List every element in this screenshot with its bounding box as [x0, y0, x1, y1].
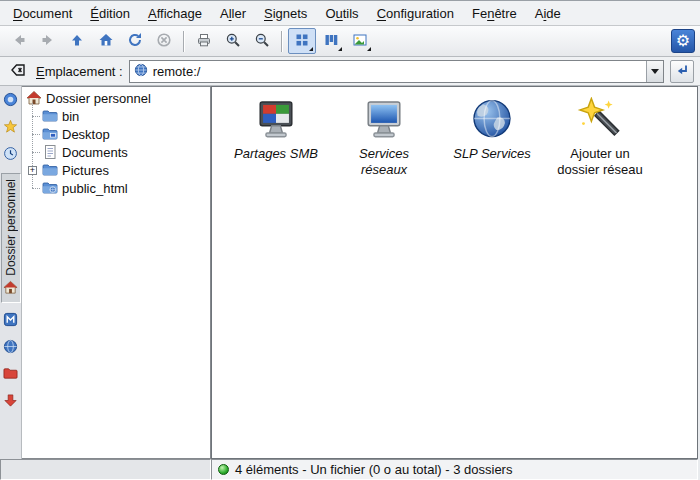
forward-button[interactable] — [34, 28, 62, 54]
multicolumn-view-toggle[interactable] — [317, 28, 345, 54]
toolbar-separator — [183, 31, 185, 52]
clear-location-icon — [10, 62, 26, 81]
network-globe-icon — [3, 339, 18, 357]
clear-location-button[interactable] — [6, 60, 30, 83]
location-label: Emplacement : — [36, 64, 123, 79]
dropdown-arrow-icon — [651, 69, 659, 74]
folder-icon — [42, 108, 58, 124]
sidebar-tab-home-active[interactable]: Dossier personnel — [1, 173, 21, 303]
location-input[interactable]: remote:/ — [153, 64, 641, 79]
menu-fenetre[interactable]: Fenêtre — [463, 3, 526, 24]
tree-expander-plus[interactable] — [28, 166, 37, 175]
file-item-smb[interactable]: Partages SMB — [226, 97, 326, 162]
system-icon — [3, 92, 18, 110]
file-item-label: Services réseaux — [336, 146, 432, 177]
file-item-network-services[interactable]: Services réseaux — [334, 97, 434, 177]
services-icon — [3, 393, 18, 411]
add-network-folder-icon — [577, 97, 623, 143]
back-button[interactable] — [5, 28, 33, 54]
sidebar-tab-bookmarks[interactable] — [2, 119, 19, 136]
tree-item-documents[interactable]: Documents — [24, 143, 210, 161]
root-folder-icon — [3, 366, 18, 384]
menu-configuration[interactable]: Configuration — [368, 3, 463, 24]
sidebar-tab-network[interactable] — [2, 340, 19, 357]
tree-item-pictures[interactable]: Pictures — [24, 161, 210, 179]
tree-item-public-html[interactable]: public_html — [24, 179, 210, 197]
print-button[interactable] — [190, 28, 218, 54]
stop-icon — [156, 32, 172, 51]
main-toolbar: ⚙ — [0, 26, 700, 57]
sidebar-tab-system[interactable] — [2, 92, 19, 109]
tree-guide — [32, 152, 40, 153]
tree-item-desktop[interactable]: Desktop — [24, 125, 210, 143]
smb-shares-icon — [253, 97, 299, 143]
stop-button[interactable] — [150, 28, 178, 54]
menubar: Document Édition Affichage Aller Signets… — [0, 1, 700, 26]
home-folder-icon — [3, 280, 18, 298]
web-folder-icon — [42, 180, 58, 196]
go-icon — [674, 62, 690, 81]
menu-affichage[interactable]: Affichage — [139, 3, 211, 24]
tree-item-bin[interactable]: bin — [24, 107, 210, 125]
menu-aide[interactable]: Aide — [526, 3, 570, 24]
status-text: 4 éléments - Un fichier (0 o au total) -… — [235, 462, 512, 477]
dropdown-arrow-icon — [338, 47, 342, 51]
tree-item-label: Pictures — [62, 163, 109, 178]
forward-icon — [40, 32, 56, 51]
file-item-label: Partages SMB — [234, 146, 318, 162]
folder-tree: Dossier personnel bin Desktop Documents — [22, 86, 211, 459]
zoom-in-button[interactable] — [219, 28, 247, 54]
sidebar-tab-history[interactable] — [2, 146, 19, 163]
icon-view-toggle[interactable] — [288, 28, 316, 54]
reload-button[interactable] — [121, 28, 149, 54]
home-icon — [98, 32, 114, 51]
sidebar-tab-root[interactable] — [2, 367, 19, 384]
tree-item-label: Desktop — [62, 127, 110, 142]
tree-children: bin Desktop Documents Pictures — [24, 107, 210, 197]
menu-edition[interactable]: Édition — [81, 3, 139, 24]
zoom-in-icon — [225, 32, 241, 51]
tree-guide — [32, 134, 40, 135]
go-button[interactable] — [670, 60, 694, 83]
status-row: 4 éléments - Un fichier (0 o au total) -… — [0, 459, 700, 480]
preview-view-toggle[interactable] — [346, 28, 374, 54]
home-folder-icon — [26, 90, 42, 106]
icon-view-icon — [294, 32, 310, 51]
tree-item-label: Documents — [62, 145, 128, 160]
documents-icon — [42, 144, 58, 160]
file-item-add-network-folder[interactable]: Ajouter un dossier réseau — [550, 97, 650, 177]
history-clock-icon — [3, 146, 18, 164]
tree-item-label: Dossier personnel — [46, 91, 151, 106]
sidebar-status-segment — [0, 459, 211, 480]
sidebar-tab-services[interactable] — [2, 394, 19, 411]
dropdown-arrow-icon — [309, 47, 313, 51]
menu-outils[interactable]: Outils — [316, 3, 367, 24]
back-icon — [11, 32, 27, 51]
menu-signets[interactable]: Signets — [255, 3, 316, 24]
menu-document[interactable]: Document — [4, 3, 81, 24]
content-column: Partages SMB Services réseaux — [211, 86, 700, 459]
menu-aller[interactable]: Aller — [211, 3, 255, 24]
metabar-icon — [3, 312, 18, 330]
globe-icon — [134, 63, 148, 80]
tree-item-home[interactable]: Dossier personnel — [24, 89, 210, 107]
location-combobox[interactable]: remote:/ — [129, 60, 664, 83]
up-button[interactable] — [63, 28, 91, 54]
sidebar-tab-metabar[interactable] — [2, 313, 19, 330]
zoom-out-icon — [254, 32, 270, 51]
location-dropdown-button[interactable] — [646, 61, 663, 82]
print-icon — [196, 32, 212, 51]
home-button[interactable] — [92, 28, 120, 54]
file-item-label: SLP Services — [453, 146, 531, 162]
location-toolbar: Emplacement : remote:/ — [0, 57, 700, 86]
kde-logo-icon: ⚙ — [671, 29, 695, 53]
zoom-out-button[interactable] — [248, 28, 276, 54]
multicolumn-view-icon — [323, 32, 339, 51]
statusbar: 4 éléments - Un fichier (0 o au total) -… — [211, 459, 698, 480]
preview-view-icon — [352, 32, 368, 51]
active-tab-label: Dossier personnel — [4, 179, 18, 276]
desktop-folder-icon — [42, 126, 58, 142]
network-services-icon — [361, 97, 407, 143]
file-item-slp[interactable]: SLP Services — [442, 97, 542, 162]
up-icon — [69, 32, 85, 51]
